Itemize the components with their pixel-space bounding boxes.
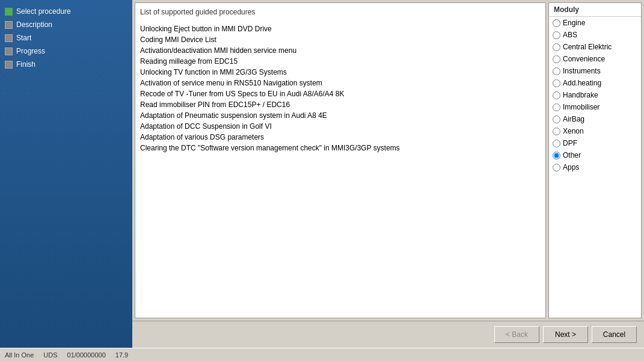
moduly-label-convenience: Convenience bbox=[563, 55, 605, 63]
procedure-item[interactable]: Unlocking Eject button in MMI DVD Drive bbox=[140, 23, 541, 34]
sidebar-label-start: Start bbox=[16, 34, 31, 42]
moduly-radio-other[interactable] bbox=[553, 152, 560, 159]
bottom-bar: < Back Next > Cancel bbox=[132, 321, 644, 348]
status-version: 17.9 bbox=[115, 351, 128, 359]
procedure-item[interactable]: Activation/deactivation MMI hidden servi… bbox=[140, 45, 541, 56]
procedure-item[interactable]: Coding MMI Device List bbox=[140, 34, 541, 45]
status-address: 01/00000000 bbox=[67, 351, 106, 359]
moduly-radio-handbrake[interactable] bbox=[553, 91, 560, 99]
cancel-button[interactable]: Cancel bbox=[592, 326, 637, 343]
moduly-label-immobiliser: Immobiliser bbox=[563, 103, 600, 111]
moduly-label-dpf: DPF bbox=[563, 139, 577, 147]
moduly-item-xenon[interactable]: Xenon bbox=[549, 125, 641, 137]
moduly-items-container: EngineABSCentral ElektricConvenienceInst… bbox=[549, 17, 641, 173]
sidebar-label-select-procedure: Select procedure bbox=[16, 7, 71, 16]
moduly-item-handbrake[interactable]: Handbrake bbox=[549, 89, 641, 101]
moduly-radio-dpf[interactable] bbox=[553, 140, 560, 147]
main-panel: List of supported guided procedures Unlo… bbox=[135, 2, 546, 318]
procedure-item[interactable]: Activation of service menu in RNS510 Nav… bbox=[140, 78, 541, 88]
procedure-list: Unlocking Eject button in MMI DVD DriveC… bbox=[140, 23, 541, 153]
moduly-label-abs: ABS bbox=[563, 31, 577, 39]
panel-header: List of supported guided procedures bbox=[140, 8, 541, 19]
moduly-label-airbag: AirBag bbox=[563, 115, 584, 123]
moduly-radio-abs[interactable] bbox=[553, 31, 560, 39]
moduly-label-apps: Apps bbox=[563, 163, 579, 171]
procedure-item[interactable]: Read immobiliser PIN from EDC15P+ / EDC1… bbox=[140, 99, 541, 110]
moduly-panel: Moduly EngineABSCentral ElektricConvenie… bbox=[548, 2, 642, 318]
moduly-radio-central-elektric[interactable] bbox=[553, 43, 560, 51]
procedure-item[interactable]: Unlocking TV function in MMI 2G/3G Syste… bbox=[140, 67, 541, 78]
moduly-radio-instruments[interactable] bbox=[553, 67, 560, 75]
moduly-item-instruments[interactable]: Instruments bbox=[549, 65, 641, 77]
moduly-item-other[interactable]: Other bbox=[549, 149, 641, 161]
sidebar-checkbox-select-procedure bbox=[5, 8, 13, 16]
procedure-item[interactable]: Recode of TV -Tuner from US Specs to EU … bbox=[140, 88, 541, 99]
content-area: List of supported guided procedures Unlo… bbox=[132, 0, 644, 348]
sidebar-item-description[interactable]: Description bbox=[0, 18, 132, 31]
moduly-label-central-elektric: Central Elektric bbox=[563, 43, 612, 51]
moduly-item-add-heating[interactable]: Add.heating bbox=[549, 77, 641, 89]
moduly-label-xenon: Xenon bbox=[563, 127, 584, 135]
moduly-radio-engine[interactable] bbox=[553, 19, 560, 27]
moduly-title: Moduly bbox=[549, 3, 641, 17]
sidebar: Select procedure Description Start Progr… bbox=[0, 0, 132, 348]
moduly-radio-add-heating[interactable] bbox=[553, 79, 560, 87]
moduly-label-handbrake: Handbrake bbox=[563, 91, 598, 99]
status-app: All In One bbox=[5, 351, 34, 359]
sidebar-item-select-procedure[interactable]: Select procedure bbox=[0, 5, 132, 18]
sidebar-label-description: Description bbox=[16, 20, 52, 29]
moduly-label-engine: Engine bbox=[563, 19, 585, 27]
sidebar-item-start[interactable]: Start bbox=[0, 31, 132, 45]
moduly-item-airbag[interactable]: AirBag bbox=[549, 113, 641, 125]
sidebar-label-finish: Finish bbox=[16, 60, 35, 69]
status-protocol: UDS bbox=[43, 351, 57, 359]
moduly-item-immobiliser[interactable]: Immobiliser bbox=[549, 101, 641, 113]
main-container: Select procedure Description Start Progr… bbox=[0, 0, 644, 348]
status-bar: All In One UDS 01/00000000 17.9 bbox=[0, 348, 644, 361]
sidebar-checkbox-start bbox=[5, 34, 13, 42]
moduly-label-other: Other bbox=[563, 151, 581, 159]
moduly-label-add-heating: Add.heating bbox=[563, 79, 601, 87]
moduly-radio-immobiliser[interactable] bbox=[553, 103, 560, 111]
procedure-item[interactable]: Reading milleage from EDC15 bbox=[140, 56, 541, 67]
procedure-item[interactable]: Adaptation of Pneumatic suspension syste… bbox=[140, 110, 541, 121]
sidebar-checkbox-description bbox=[5, 21, 13, 29]
moduly-item-convenience[interactable]: Convenience bbox=[549, 53, 641, 65]
moduly-radio-xenon[interactable] bbox=[553, 128, 560, 135]
moduly-item-central-elektric[interactable]: Central Elektric bbox=[549, 41, 641, 53]
moduly-item-engine[interactable]: Engine bbox=[549, 17, 641, 29]
moduly-radio-apps[interactable] bbox=[553, 164, 560, 171]
moduly-item-dpf[interactable]: DPF bbox=[549, 137, 641, 149]
sidebar-checkbox-progress bbox=[5, 48, 13, 55]
procedure-item[interactable]: Adaptation of various DSG parameters bbox=[140, 132, 541, 143]
moduly-label-instruments: Instruments bbox=[563, 67, 601, 75]
sidebar-item-progress[interactable]: Progress bbox=[0, 45, 132, 58]
sidebar-checkbox-finish bbox=[5, 61, 13, 69]
moduly-radio-convenience[interactable] bbox=[553, 55, 560, 63]
procedure-item[interactable]: Adaptation of DCC Suspension in Golf VI bbox=[140, 121, 541, 132]
procedure-item[interactable]: Clearing the DTC "Software version manag… bbox=[140, 143, 541, 153]
moduly-radio-airbag[interactable] bbox=[553, 116, 560, 123]
moduly-item-apps[interactable]: Apps bbox=[549, 161, 641, 173]
sidebar-item-finish[interactable]: Finish bbox=[0, 58, 132, 71]
top-content: List of supported guided procedures Unlo… bbox=[132, 0, 644, 321]
sidebar-label-progress: Progress bbox=[16, 47, 45, 55]
next-button[interactable]: Next > bbox=[543, 326, 588, 343]
moduly-item-abs[interactable]: ABS bbox=[549, 29, 641, 41]
back-button[interactable]: < Back bbox=[494, 326, 539, 343]
